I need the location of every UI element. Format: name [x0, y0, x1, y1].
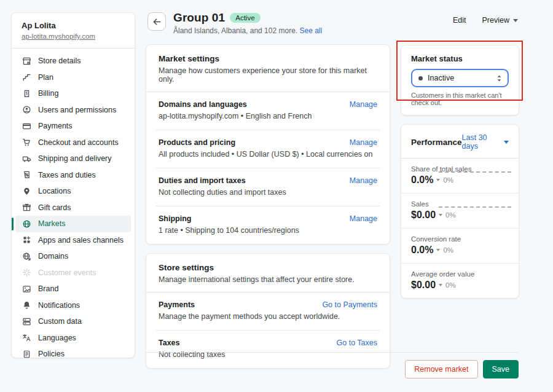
metric-label: Average order value: [411, 270, 509, 278]
sparkline: [439, 171, 511, 173]
sidebar-item-users-permissions[interactable]: Users and permissions: [15, 102, 131, 119]
sidebar-item-policies[interactable]: Policies: [15, 346, 131, 363]
performance-title: Performance: [411, 138, 462, 147]
market-status-select[interactable]: Inactive: [411, 69, 509, 87]
section-title: Domains and languages: [159, 100, 247, 109]
chevron-down-icon: [504, 141, 509, 144]
footer-actions: Remove market Save: [146, 360, 519, 378]
store-header: Ap Lolita ap-lotita.myshopify.com: [12, 13, 135, 48]
sidebar-item-markets[interactable]: Markets: [15, 216, 131, 232]
store-domain-link[interactable]: ap-lotita.myshopify.com: [22, 33, 95, 40]
page-title: Group 01: [173, 11, 225, 25]
manage-products-link[interactable]: Manage: [350, 138, 377, 147]
sidebar-item-shipping-delivery[interactable]: Shipping and delivery: [15, 151, 131, 167]
sidebar-item-label: Payments: [38, 122, 73, 130]
sidebar-item-label: Plan: [38, 73, 53, 82]
svg-text:$: $: [25, 91, 28, 95]
gift-icon: [22, 203, 31, 213]
translate-icon: [22, 333, 31, 343]
section-title: Products and pricing: [159, 138, 235, 147]
inactive-status-dot: [418, 76, 423, 80]
sidebar-item-checkout-accounts[interactable]: Checkout and accounts: [15, 135, 131, 151]
payments-icon: [22, 121, 31, 131]
delta-down-icon: [439, 214, 442, 216]
settings-sidebar: Ap Lolita ap-lotita.myshopify.com Store …: [11, 12, 135, 358]
market-status-card: Market status Inactive Customers in this…: [401, 45, 519, 116]
edit-button[interactable]: Edit: [453, 16, 466, 25]
settings-page: Ap Lolita ap-lotita.myshopify.com Store …: [0, 0, 553, 392]
section-description: 1 rate • Shipping to 104 countries/regio…: [159, 226, 377, 235]
sidebar-item-label: Custom data: [38, 317, 82, 326]
section-products-pricing: Products and pricing Manage All products…: [156, 130, 380, 168]
sidebar-item-notifications[interactable]: Notifications: [15, 297, 131, 314]
sidebar-item-label: Locations: [38, 187, 71, 195]
sidebar-item-locations[interactable]: Locations: [15, 183, 131, 200]
sidebar-item-brand[interactable]: Brand: [15, 281, 131, 297]
date-range-selector[interactable]: Last 30 days: [462, 133, 509, 151]
metric-conversion-rate: Conversion rate 0.0% 0%: [401, 228, 519, 263]
metric-delta: 0%: [443, 246, 453, 254]
manage-duties-link[interactable]: Manage: [350, 176, 377, 185]
manage-domains-link[interactable]: Manage: [350, 100, 377, 109]
back-button[interactable]: [147, 12, 166, 31]
section-title: Taxes: [159, 339, 180, 347]
custom-data-icon: [22, 316, 31, 326]
store-name: Ap Lolita: [22, 21, 125, 30]
sidebar-item-label: Brand: [38, 284, 58, 293]
delta-down-icon: [436, 179, 440, 181]
arrow-left-icon: [152, 17, 162, 27]
metric-sales: Sales $0.00 0%: [401, 193, 519, 228]
save-button[interactable]: Save: [483, 360, 519, 378]
sidebar-item-billing[interactable]: $ Billing: [15, 85, 131, 102]
store-settings-card: Store settings Manage international sett…: [146, 253, 390, 369]
chevron-down-icon: [513, 19, 518, 22]
sparkle-icon: [22, 268, 31, 278]
sidebar-item-label: Markets: [38, 219, 65, 228]
card-description: Manage how customers experience your sto…: [159, 66, 377, 84]
domains-globe-icon: [22, 251, 31, 261]
brand-image-icon: [22, 284, 31, 294]
footer-divider: [146, 352, 518, 353]
card-title: Market settings: [159, 54, 377, 63]
sidebar-item-domains[interactable]: Domains: [15, 248, 131, 265]
secondary-column: Market status Inactive Customers in this…: [401, 45, 519, 299]
sidebar-item-label: Notifications: [38, 301, 80, 310]
truck-icon: [22, 154, 31, 163]
sidebar-item-gift-cards[interactable]: Gift cards: [15, 200, 131, 216]
sidebar-item-apps-sales-channels[interactable]: Apps and sales channels: [15, 232, 131, 249]
billing-icon: $: [22, 88, 31, 98]
metric-value: $0.00: [411, 280, 436, 291]
users-icon: [22, 105, 31, 115]
market-status-title: Market status: [411, 54, 509, 63]
market-settings-card: Market settings Manage how customers exp…: [146, 44, 390, 245]
section-description: All products included • US Dollar (USD $…: [159, 150, 377, 159]
sidebar-item-label: Apps and sales channels: [38, 236, 124, 245]
metric-share-of-total-sales: Share of total sales 0.0% 0%: [401, 159, 519, 193]
regions-text: Åland Islands, Albania, and 102 more.: [173, 26, 297, 35]
section-payments: Payments Go to Payments Manage the payme…: [146, 292, 390, 330]
sidebar-item-plan[interactable]: Plan: [15, 69, 131, 86]
sidebar-item-custom-data[interactable]: Custom data: [15, 313, 131, 330]
sidebar-item-payments[interactable]: Payments: [15, 118, 131, 135]
manage-shipping-link[interactable]: Manage: [350, 214, 377, 223]
metric-value: 0.0%: [411, 174, 433, 186]
sidebar-item-taxes-duties[interactable]: Taxes and duties: [15, 167, 131, 184]
section-title: Payments: [159, 300, 195, 309]
preview-button[interactable]: Preview: [482, 16, 518, 25]
sidebar-item-label: Users and permissions: [38, 106, 116, 114]
market-regions-summary: Åland Islands, Albania, and 102 more. Se…: [173, 26, 518, 35]
sidebar-item-languages[interactable]: Languages: [15, 330, 131, 347]
see-all-link[interactable]: See all: [299, 26, 322, 35]
preview-label: Preview: [482, 16, 509, 25]
section-description: Not collecting duties and import taxes: [159, 188, 377, 197]
sidebar-item-label: Billing: [38, 89, 58, 98]
location-pin-icon: [22, 186, 31, 196]
sidebar-item-store-details[interactable]: Store details: [15, 53, 131, 69]
card-description: Manage international settings that affec…: [159, 275, 377, 284]
sidebar-item-label: Shipping and delivery: [38, 154, 112, 163]
status-badge: Active: [230, 13, 260, 23]
go-to-taxes-link[interactable]: Go to Taxes: [337, 339, 377, 347]
metric-average-order-value: Average order value $0.00 0%: [401, 263, 519, 298]
go-to-payments-link[interactable]: Go to Payments: [322, 300, 377, 309]
remove-market-button[interactable]: Remove market: [405, 360, 477, 378]
